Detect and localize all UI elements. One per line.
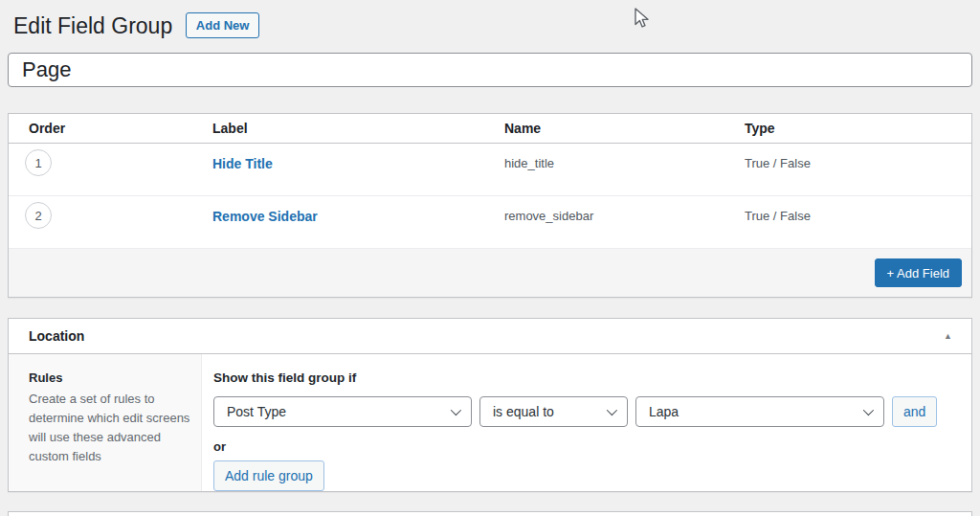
label-cell: Hide Title (212, 144, 504, 195)
name-cell: remove_sidebar (504, 196, 745, 248)
page-header: Edit Field Group Add New (0, 0, 980, 42)
fields-table-panel: Order Label Name Type 1 Hide Title hide_… (8, 113, 972, 298)
rule-param-value: Post Type (227, 404, 286, 419)
fields-table-header: Order Label Name Type (9, 114, 971, 144)
chevron-down-icon (451, 405, 461, 415)
table-row: 2 Remove Sidebar remove_sidebar True / F… (9, 196, 971, 249)
rule-operator-select[interactable]: is equal to (479, 396, 628, 427)
location-panel-header: Location ▲ (9, 319, 971, 354)
table-row: 1 Hide Title hide_title True / False (9, 144, 971, 196)
order-drag-handle[interactable]: 2 (25, 202, 52, 229)
rule-param-select[interactable]: Post Type (213, 396, 472, 427)
type-cell: True / False (745, 144, 971, 195)
add-field-button[interactable]: + Add Field (875, 258, 962, 287)
rule-operator-value: is equal to (493, 404, 554, 419)
field-label-link[interactable]: Hide Title (212, 156, 273, 171)
order-cell: 1 (16, 144, 212, 195)
name-cell: hide_title (504, 144, 745, 195)
location-panel-body: Rules Create a set of rules to determine… (9, 354, 971, 491)
column-header-label: Label (212, 121, 504, 136)
order-drag-handle[interactable]: 1 (25, 149, 52, 176)
type-cell: True / False (745, 196, 971, 248)
or-label: or (213, 439, 957, 454)
add-new-button[interactable]: Add New (186, 12, 260, 38)
column-header-name: Name (504, 121, 745, 136)
rules-editor: Show this field group if Post Type is eq… (202, 354, 971, 491)
add-rule-group-button[interactable]: Add rule group (213, 460, 324, 491)
rules-title: Rules (29, 370, 182, 385)
show-if-label: Show this field group if (213, 370, 957, 385)
next-panel-partial (8, 511, 972, 516)
edit-field-group-screen: Edit Field Group Add New Order Label Nam… (0, 0, 980, 516)
field-group-title-input[interactable] (8, 53, 972, 87)
rules-sidebar: Rules Create a set of rules to determine… (9, 354, 202, 491)
rules-description: Create a set of rules to determine which… (29, 390, 193, 467)
page-title: Edit Field Group (13, 12, 172, 41)
rule-value-select[interactable]: Lapa (635, 396, 884, 427)
location-panel-title: Location (29, 328, 84, 344)
order-cell: 2 (16, 196, 212, 248)
location-panel: Location ▲ Rules Create a set of rules t… (8, 318, 972, 492)
fields-table-footer: + Add Field (9, 249, 971, 297)
add-and-rule-button[interactable]: and (892, 396, 937, 427)
chevron-down-icon (607, 405, 617, 415)
column-header-order: Order (16, 121, 212, 136)
column-header-type: Type (745, 121, 971, 136)
field-label-link[interactable]: Remove Sidebar (212, 209, 318, 224)
collapse-panel-icon[interactable]: ▲ (936, 327, 960, 345)
rule-value-value: Lapa (649, 404, 679, 419)
chevron-down-icon (863, 405, 874, 415)
rule-row: Post Type is equal to Lapa and (213, 396, 957, 427)
label-cell: Remove Sidebar (212, 196, 504, 248)
